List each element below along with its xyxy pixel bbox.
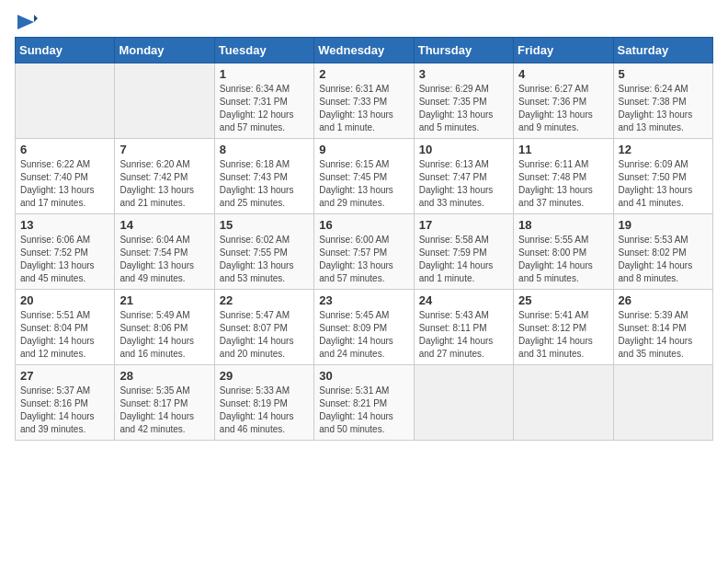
day-number: 28 — [119, 369, 209, 383]
day-info: Sunrise: 6:06 AM Sunset: 7:52 PM Dayligh… — [20, 234, 109, 285]
calendar-cell: 9Sunrise: 6:15 AM Sunset: 7:45 PM Daylig… — [314, 139, 414, 214]
calendar-cell: 1Sunrise: 6:34 AM Sunset: 7:31 PM Daylig… — [214, 63, 313, 139]
day-number: 18 — [518, 218, 608, 232]
calendar-cell: 19Sunrise: 5:53 AM Sunset: 8:02 PM Dayli… — [613, 214, 712, 290]
day-info: Sunrise: 6:29 AM Sunset: 7:35 PM Dayligh… — [419, 83, 508, 134]
page-header — [15, 15, 713, 29]
day-number: 5 — [619, 67, 708, 81]
day-info: Sunrise: 5:51 AM Sunset: 8:04 PM Dayligh… — [20, 309, 109, 361]
calendar-cell: 7Sunrise: 6:20 AM Sunset: 7:42 PM Daylig… — [115, 139, 214, 214]
day-header-tuesday: Tuesday — [214, 38, 313, 63]
day-number: 4 — [518, 67, 608, 81]
day-number: 6 — [20, 143, 109, 156]
day-number: 1 — [220, 67, 309, 81]
day-header-wednesday: Wednesday — [314, 38, 414, 63]
day-info: Sunrise: 6:13 AM Sunset: 7:47 PM Dayligh… — [419, 158, 508, 210]
calendar-cell: 27Sunrise: 5:37 AM Sunset: 8:16 PM Dayli… — [16, 365, 115, 441]
day-info: Sunrise: 6:24 AM Sunset: 7:38 PM Dayligh… — [619, 83, 708, 134]
day-number: 29 — [220, 369, 309, 383]
day-header-saturday: Saturday — [613, 38, 712, 63]
calendar-cell: 26Sunrise: 5:39 AM Sunset: 8:14 PM Dayli… — [613, 290, 712, 365]
day-number: 24 — [419, 293, 508, 307]
day-info: Sunrise: 6:15 AM Sunset: 7:45 PM Dayligh… — [319, 158, 408, 210]
day-info: Sunrise: 5:55 AM Sunset: 8:00 PM Dayligh… — [518, 234, 608, 285]
calendar-cell — [16, 63, 115, 139]
day-info: Sunrise: 5:31 AM Sunset: 8:21 PM Dayligh… — [319, 385, 408, 436]
svg-marker-1 — [34, 15, 38, 22]
calendar-cell: 18Sunrise: 5:55 AM Sunset: 8:00 PM Dayli… — [514, 214, 613, 290]
calendar-cell: 20Sunrise: 5:51 AM Sunset: 8:04 PM Dayli… — [16, 290, 115, 365]
calendar-cell: 15Sunrise: 6:02 AM Sunset: 7:55 PM Dayli… — [214, 214, 313, 290]
day-info: Sunrise: 6:02 AM Sunset: 7:55 PM Dayligh… — [220, 234, 309, 285]
day-info: Sunrise: 5:35 AM Sunset: 8:17 PM Dayligh… — [119, 385, 209, 436]
day-header-monday: Monday — [115, 38, 214, 63]
day-info: Sunrise: 5:49 AM Sunset: 8:06 PM Dayligh… — [119, 309, 209, 361]
calendar-cell: 5Sunrise: 6:24 AM Sunset: 7:38 PM Daylig… — [613, 63, 712, 139]
day-info: Sunrise: 5:37 AM Sunset: 8:16 PM Dayligh… — [20, 385, 109, 436]
svg-marker-0 — [17, 15, 34, 29]
day-header-sunday: Sunday — [16, 38, 115, 63]
calendar-cell: 11Sunrise: 6:11 AM Sunset: 7:48 PM Dayli… — [514, 139, 613, 214]
calendar-cell — [613, 365, 712, 441]
day-info: Sunrise: 5:45 AM Sunset: 8:09 PM Dayligh… — [319, 309, 408, 361]
day-number: 8 — [220, 143, 309, 156]
day-info: Sunrise: 5:39 AM Sunset: 8:14 PM Dayligh… — [619, 309, 708, 361]
calendar-cell: 14Sunrise: 6:04 AM Sunset: 7:54 PM Dayli… — [115, 214, 214, 290]
logo-flag-icon — [17, 15, 38, 29]
calendar-cell — [115, 63, 214, 139]
day-number: 23 — [319, 293, 408, 307]
day-info: Sunrise: 6:18 AM Sunset: 7:43 PM Dayligh… — [220, 158, 309, 210]
calendar-cell: 23Sunrise: 5:45 AM Sunset: 8:09 PM Dayli… — [314, 290, 414, 365]
day-info: Sunrise: 5:43 AM Sunset: 8:11 PM Dayligh… — [419, 309, 508, 361]
calendar-cell: 3Sunrise: 6:29 AM Sunset: 7:35 PM Daylig… — [414, 63, 513, 139]
day-info: Sunrise: 5:33 AM Sunset: 8:19 PM Dayligh… — [220, 385, 309, 436]
calendar-cell: 25Sunrise: 5:41 AM Sunset: 8:12 PM Dayli… — [514, 290, 613, 365]
calendar-cell: 29Sunrise: 5:33 AM Sunset: 8:19 PM Dayli… — [214, 365, 313, 441]
calendar-cell: 21Sunrise: 5:49 AM Sunset: 8:06 PM Dayli… — [115, 290, 214, 365]
day-number: 26 — [619, 293, 708, 307]
calendar-cell: 13Sunrise: 6:06 AM Sunset: 7:52 PM Dayli… — [16, 214, 115, 290]
calendar-cell: 8Sunrise: 6:18 AM Sunset: 7:43 PM Daylig… — [214, 139, 313, 214]
day-info: Sunrise: 6:20 AM Sunset: 7:42 PM Dayligh… — [119, 158, 209, 210]
day-info: Sunrise: 5:53 AM Sunset: 8:02 PM Dayligh… — [619, 234, 708, 285]
day-number: 7 — [119, 143, 209, 156]
day-info: Sunrise: 6:09 AM Sunset: 7:50 PM Dayligh… — [619, 158, 708, 210]
day-number: 21 — [119, 293, 209, 307]
day-number: 25 — [518, 293, 608, 307]
day-number: 19 — [619, 218, 708, 232]
day-info: Sunrise: 5:41 AM Sunset: 8:12 PM Dayligh… — [518, 309, 608, 361]
day-number: 15 — [220, 218, 309, 232]
day-number: 17 — [419, 218, 508, 232]
day-info: Sunrise: 6:00 AM Sunset: 7:57 PM Dayligh… — [319, 234, 408, 285]
day-header-thursday: Thursday — [414, 38, 513, 63]
calendar-cell: 2Sunrise: 6:31 AM Sunset: 7:33 PM Daylig… — [314, 63, 414, 139]
day-number: 30 — [319, 369, 408, 383]
day-header-friday: Friday — [514, 38, 613, 63]
calendar-cell: 10Sunrise: 6:13 AM Sunset: 7:47 PM Dayli… — [414, 139, 513, 214]
day-info: Sunrise: 6:31 AM Sunset: 7:33 PM Dayligh… — [319, 83, 408, 134]
calendar-cell: 17Sunrise: 5:58 AM Sunset: 7:59 PM Dayli… — [414, 214, 513, 290]
calendar-cell: 28Sunrise: 5:35 AM Sunset: 8:17 PM Dayli… — [115, 365, 214, 441]
day-info: Sunrise: 6:22 AM Sunset: 7:40 PM Dayligh… — [20, 158, 109, 210]
day-number: 13 — [20, 218, 109, 232]
day-info: Sunrise: 5:47 AM Sunset: 8:07 PM Dayligh… — [220, 309, 309, 361]
calendar-week-row: 13Sunrise: 6:06 AM Sunset: 7:52 PM Dayli… — [16, 214, 713, 290]
logo — [15, 15, 38, 29]
calendar-cell — [414, 365, 513, 441]
day-info: Sunrise: 5:58 AM Sunset: 7:59 PM Dayligh… — [419, 234, 508, 285]
calendar-header-row: SundayMondayTuesdayWednesdayThursdayFrid… — [16, 38, 713, 63]
day-number: 20 — [20, 293, 109, 307]
day-number: 22 — [220, 293, 309, 307]
calendar-cell: 4Sunrise: 6:27 AM Sunset: 7:36 PM Daylig… — [514, 63, 613, 139]
calendar-cell: 24Sunrise: 5:43 AM Sunset: 8:11 PM Dayli… — [414, 290, 513, 365]
day-info: Sunrise: 6:11 AM Sunset: 7:48 PM Dayligh… — [518, 158, 608, 210]
calendar-cell: 22Sunrise: 5:47 AM Sunset: 8:07 PM Dayli… — [214, 290, 313, 365]
calendar-cell: 12Sunrise: 6:09 AM Sunset: 7:50 PM Dayli… — [613, 139, 712, 214]
day-number: 3 — [419, 67, 508, 81]
calendar-cell: 16Sunrise: 6:00 AM Sunset: 7:57 PM Dayli… — [314, 214, 414, 290]
day-number: 16 — [319, 218, 408, 232]
day-number: 12 — [619, 143, 708, 156]
day-number: 14 — [119, 218, 209, 232]
calendar-cell — [514, 365, 613, 441]
calendar-cell: 30Sunrise: 5:31 AM Sunset: 8:21 PM Dayli… — [314, 365, 414, 441]
